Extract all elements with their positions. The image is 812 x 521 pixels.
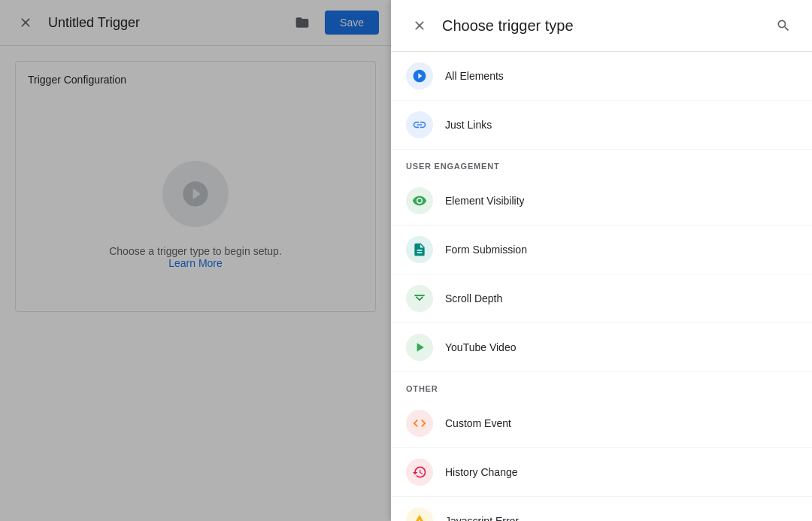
list-item[interactable]: All Elements (391, 52, 812, 101)
trigger-item-label: Scroll Depth (445, 292, 797, 304)
trigger-item-label: History Change (445, 466, 797, 478)
modal-body[interactable]: All Elements Just Links User Engagement … (391, 52, 812, 521)
list-item[interactable]: History Change (391, 448, 812, 497)
trigger-type-modal: Choose trigger type All Elements Ju (391, 0, 812, 521)
modal-title: Choose trigger type (442, 17, 761, 35)
modal-search-button[interactable] (770, 12, 797, 39)
list-item[interactable]: Javascript Error (391, 497, 812, 521)
trigger-item-label: YouTube Video (445, 341, 797, 353)
just-links-icon (406, 111, 433, 138)
trigger-item-label: Element Visibility (445, 195, 797, 207)
javascript-error-icon (406, 507, 433, 521)
trigger-item-label: Custom Event (445, 417, 797, 429)
trigger-item-label: Just Links (445, 119, 797, 131)
trigger-item-label: Javascript Error (445, 515, 797, 521)
section-label-user-engagement: User Engagement (391, 150, 812, 177)
custom-event-icon (406, 410, 433, 437)
all-elements-icon (406, 62, 433, 89)
section-label-other: Other (391, 372, 812, 399)
list-item[interactable]: YouTube Video (391, 323, 812, 372)
list-item[interactable]: Scroll Depth (391, 274, 812, 323)
list-item[interactable]: Custom Event (391, 399, 812, 448)
youtube-video-icon (406, 334, 433, 361)
list-item[interactable]: Just Links (391, 101, 812, 150)
list-item[interactable]: Element Visibility (391, 177, 812, 226)
modal-close-button[interactable] (406, 12, 433, 39)
overlay (0, 0, 391, 521)
modal-header: Choose trigger type (391, 0, 812, 52)
list-item[interactable]: Form Submission (391, 226, 812, 274)
element-visibility-icon (406, 187, 433, 214)
form-submission-icon (406, 236, 433, 263)
scroll-depth-icon (406, 285, 433, 312)
history-change-icon (406, 459, 433, 486)
trigger-item-label: All Elements (445, 70, 797, 82)
trigger-item-label: Form Submission (445, 244, 797, 256)
